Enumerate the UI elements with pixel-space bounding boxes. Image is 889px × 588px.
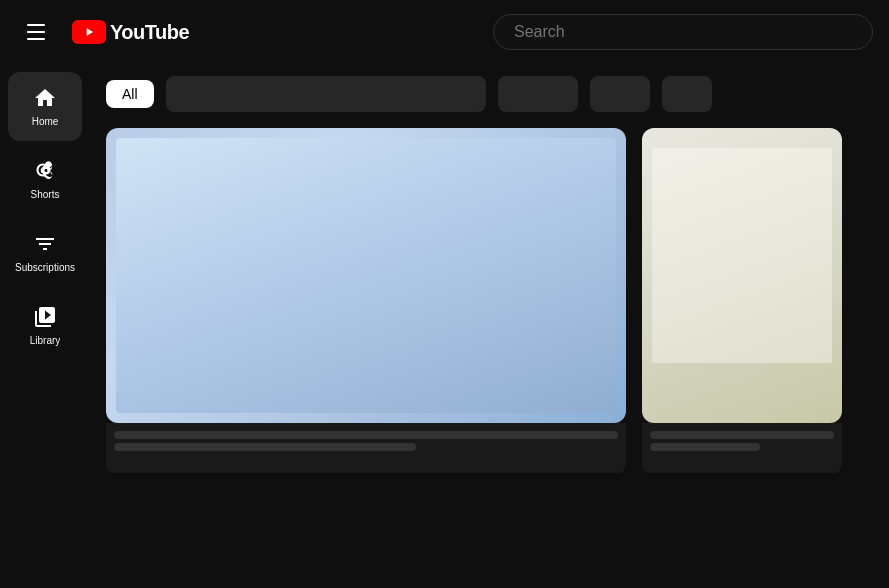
thumbnail-2 — [642, 128, 842, 423]
chip-placeholder-5[interactable] — [662, 76, 712, 112]
menu-icon-bar3 — [27, 38, 45, 40]
chip-placeholder-3[interactable] — [498, 76, 578, 112]
search-input[interactable] — [514, 23, 852, 41]
video-card-2[interactable] — [642, 128, 842, 473]
chip-placeholder-2[interactable] — [166, 76, 486, 112]
video-title-bar-1 — [114, 431, 618, 439]
menu-button[interactable] — [16, 12, 56, 52]
search-bar — [493, 14, 873, 50]
video-card-1[interactable] — [106, 128, 626, 473]
video-info-1 — [106, 423, 626, 473]
chip-placeholder-4[interactable] — [590, 76, 650, 112]
youtube-logo-icon — [72, 20, 106, 44]
video-meta-bar-2 — [650, 443, 760, 451]
sidebar-item-library[interactable]: Library — [8, 291, 82, 360]
video-info-2 — [642, 423, 842, 473]
sidebar: Home Shorts Subscriptions Library — [0, 64, 90, 588]
sidebar-item-shorts[interactable]: Shorts — [8, 145, 82, 214]
header: YouTube — [0, 0, 889, 64]
chip-all[interactable]: All — [106, 80, 154, 108]
subscriptions-label: Subscriptions — [15, 262, 75, 273]
menu-icon-bar2 — [27, 31, 45, 33]
home-icon — [33, 86, 57, 110]
video-meta-bar-1 — [114, 443, 416, 451]
thumbnail-1 — [106, 128, 626, 423]
filter-bar: All — [106, 76, 873, 112]
shorts-icon — [33, 159, 57, 183]
library-label: Library — [30, 335, 61, 346]
thumbnail-inner-2 — [652, 148, 832, 363]
shorts-label: Shorts — [31, 189, 60, 200]
play-triangle-icon — [82, 25, 96, 39]
menu-icon-bar1 — [27, 24, 45, 26]
home-label: Home — [32, 116, 59, 127]
thumbnail-inner-1 — [116, 138, 616, 413]
library-icon — [33, 305, 57, 329]
youtube-logo[interactable]: YouTube — [72, 20, 189, 44]
search-input-wrapper[interactable] — [493, 14, 873, 50]
youtube-logo-text: YouTube — [110, 21, 189, 44]
main-content: All — [90, 64, 889, 588]
video-title-bar-2 — [650, 431, 834, 439]
sidebar-item-subscriptions[interactable]: Subscriptions — [8, 218, 82, 287]
video-grid — [106, 128, 873, 473]
sidebar-item-home[interactable]: Home — [8, 72, 82, 141]
thumbnail-image-2 — [642, 128, 842, 423]
thumbnail-image-1 — [106, 128, 626, 423]
subscriptions-icon — [33, 232, 57, 256]
svg-marker-0 — [87, 28, 93, 36]
